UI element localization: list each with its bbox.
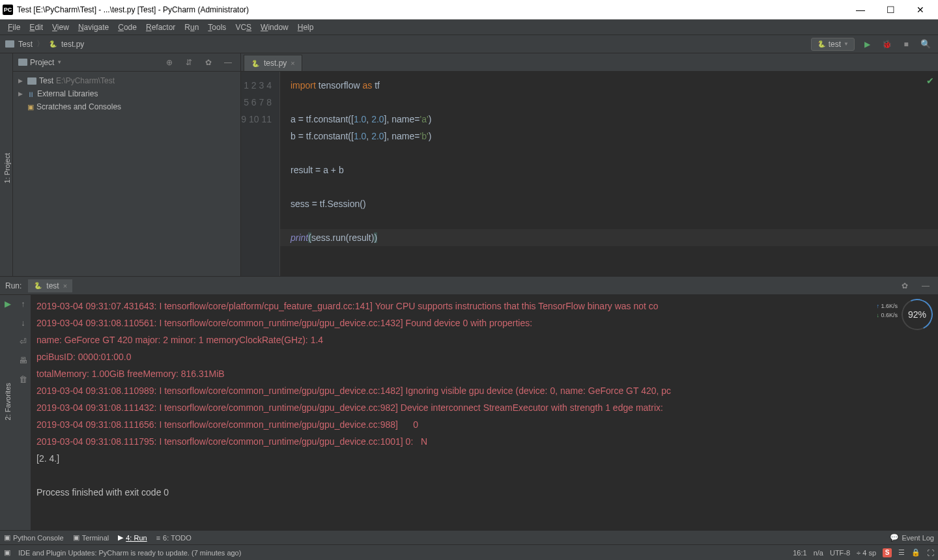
scratch-icon: ▣ — [27, 103, 34, 111]
search-button[interactable]: 🔍 — [918, 37, 933, 51]
close-button[interactable]: ✕ — [905, 0, 935, 20]
breadcrumb-root[interactable]: Test — [18, 40, 33, 49]
trash-icon[interactable]: 🗑 — [19, 374, 27, 384]
maximize-button[interactable]: ☐ — [875, 0, 905, 20]
tree-label: Test — [39, 76, 53, 85]
percent-overlay: 92% — [897, 295, 937, 335]
menu-help[interactable]: Help — [294, 21, 318, 33]
tree-item-scratches[interactable]: ▣ Scratches and Consoles — [13, 100, 240, 113]
minimize-button[interactable]: — — [846, 0, 875, 20]
run-button[interactable]: ▶ — [860, 37, 874, 51]
gutter-tab-project[interactable]: 1: Project — [2, 150, 12, 186]
sogou-ime-icon[interactable]: S — [883, 548, 892, 557]
titlebar: PC Test [E:\PyCharm\Test] - ...\test.py … — [0, 0, 938, 20]
folder-icon — [5, 40, 14, 48]
python-file-icon: 🐍 — [48, 40, 57, 49]
hide-icon[interactable]: — — [918, 279, 933, 293]
tab-terminal[interactable]: ▣ Terminal — [73, 533, 109, 542]
down-icon[interactable]: ↓ — [21, 318, 25, 328]
menu-view[interactable]: View — [48, 21, 73, 33]
menu-window[interactable]: Window — [257, 21, 292, 33]
tab-close-icon[interactable]: × — [63, 282, 67, 290]
menu-tools[interactable]: Tools — [204, 21, 230, 33]
run-panel-title: Run: — [5, 281, 21, 290]
status-message[interactable]: IDE and Plugin Updates: PyCharm is ready… — [18, 549, 241, 557]
debug-button[interactable]: 🐞 — [879, 37, 894, 51]
breadcrumb-separator: 〉 — [36, 38, 44, 49]
run-toolbar-secondary: ↑ ↓ ⏎ 🖶 🗑 — [16, 295, 31, 530]
chevron-down-icon: ▼ — [57, 59, 62, 65]
tree-item-root[interactable]: ▶ Test E:\PyCharm\Test — [13, 74, 240, 87]
rerun-button[interactable]: ▶ — [5, 299, 11, 309]
tree-label: External Libraries — [37, 89, 98, 98]
statusbar: ▣ IDE and Plugin Updates: PyCharm is rea… — [0, 544, 938, 560]
indent-size[interactable]: ÷ 4 sp — [857, 549, 876, 557]
left-tool-gutter-bottom: 2: Favorites ★ 7: Structure — [0, 313, 13, 521]
run-tab-label: test — [46, 281, 59, 290]
chevron-down-icon: ▼ — [844, 41, 849, 47]
lock-icon[interactable]: 🔒 — [911, 548, 920, 557]
project-tree: ▶ Test E:\PyCharm\Test ▶ ⫼ External Libr… — [13, 72, 240, 116]
menu-navigate[interactable]: Navigate — [74, 21, 113, 33]
tab-close-icon[interactable]: × — [291, 59, 294, 67]
folder-icon — [27, 77, 36, 85]
inspection-ok-icon[interactable]: ✔ — [926, 76, 934, 86]
code-editor[interactable]: 1 2 3 4 5 6 7 8 9 10 11 import tensorflo… — [241, 72, 938, 276]
wrap-icon[interactable]: ⏎ — [20, 337, 27, 346]
menu-refactor[interactable]: Refactor — [142, 21, 179, 33]
network-overlay: ↑ 1.6K/s↓ 0.6K/s — [876, 301, 898, 320]
menubar: File Edit View Navigate Code Refactor Ru… — [0, 20, 938, 35]
line-gutter: 1 2 3 4 5 6 7 8 9 10 11 — [241, 72, 280, 276]
menu-file[interactable]: File — [4, 21, 24, 33]
up-icon[interactable]: ↑ — [21, 299, 25, 309]
navbar: Test 〉 🐍 test.py 🐍 test ▼ ▶ 🐞 ■ 🔍 — [0, 35, 938, 53]
run-config-select[interactable]: 🐍 test ▼ — [811, 38, 855, 51]
editor-tab[interactable]: 🐍 test.py × — [244, 55, 302, 71]
tree-arrow-icon[interactable]: ▶ — [18, 91, 25, 97]
locate-icon[interactable]: ⊕ — [162, 55, 177, 70]
print-icon[interactable]: 🖶 — [19, 356, 27, 365]
console-output[interactable]: 2019-03-04 09:31:07.431643: I tensorflow… — [31, 295, 938, 530]
menu-edit[interactable]: Edit — [25, 21, 47, 33]
sidebar-title[interactable]: Project — [30, 58, 54, 67]
run-tool-window: Run: 🐍 test × ✿ — ▶ ⏸ ■ 📌 ↑ ↓ ⏎ 🖶 🗑 2019… — [0, 276, 938, 530]
status-context[interactable]: n/a — [814, 549, 823, 557]
project-sidebar: Project ▼ ⊕ ⇵ ✿ — ▶ Test E:\PyCharm\Test… — [13, 53, 241, 276]
stop-button[interactable]: ■ — [899, 37, 913, 51]
library-icon: ⫼ — [27, 90, 35, 98]
left-tool-gutter: 1: Project — [0, 53, 13, 276]
status-notification-icon[interactable]: ▣ — [4, 548, 10, 557]
tree-arrow-icon[interactable]: ▶ — [18, 77, 25, 84]
tab-python-console[interactable]: ▣ Python Console — [4, 533, 64, 542]
settings-icon[interactable]: ✿ — [898, 279, 912, 293]
menu-run[interactable]: Run — [180, 21, 203, 33]
hide-icon[interactable]: — — [221, 55, 235, 70]
python-icon: 🐍 — [817, 40, 826, 49]
tree-item-libs[interactable]: ▶ ⫼ External Libraries — [13, 87, 240, 100]
tab-event-log[interactable]: 💬 Event Log — [890, 533, 934, 542]
gutter-tab-favorites[interactable]: 2: Favorites — [3, 380, 13, 459]
menu-vcs[interactable]: VCS — [231, 21, 255, 33]
tray-icon[interactable]: ☰ — [898, 548, 905, 557]
tree-label: Scratches and Consoles — [36, 102, 121, 111]
python-file-icon: 🐍 — [251, 59, 260, 68]
cursor-position[interactable]: 16:1 — [793, 549, 806, 557]
tab-label: test.py — [264, 59, 287, 68]
tab-todo[interactable]: ≡ 6: TODO — [156, 533, 192, 542]
encoding[interactable]: UTF-8 — [830, 549, 850, 557]
fullscreen-icon[interactable]: ⛶ — [927, 549, 934, 557]
pycharm-icon: PC — [3, 5, 13, 15]
bottom-tool-tabs: ▣ Python Console ▣ Terminal ▶ 4: Run ≡ 6… — [0, 530, 938, 544]
tab-run[interactable]: ▶ 4: Run — [118, 533, 147, 542]
python-icon: 🐍 — [33, 281, 42, 290]
editor-tabs: 🐍 test.py × — [241, 53, 938, 72]
menu-code[interactable]: Code — [114, 21, 141, 33]
breadcrumb-file[interactable]: test.py — [61, 40, 84, 49]
settings-icon[interactable]: ✿ — [201, 55, 216, 70]
run-config-label: test — [829, 40, 841, 49]
code-content[interactable]: import tensorflow as tf a = tf.constant(… — [280, 72, 938, 276]
folder-icon — [18, 59, 27, 66]
collapse-icon[interactable]: ⇵ — [182, 55, 196, 70]
tree-path: E:\PyCharm\Test — [56, 76, 115, 85]
run-tab[interactable]: 🐍 test × — [28, 279, 72, 292]
